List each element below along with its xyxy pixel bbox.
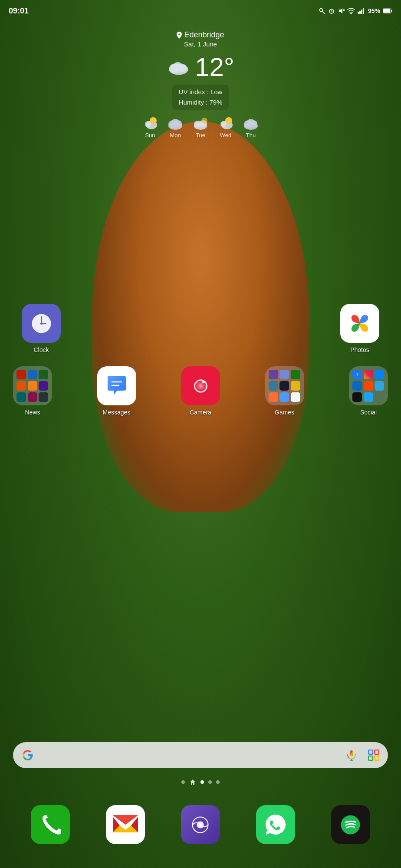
nav-bar	[0, 856, 401, 868]
whatsapp-app-background	[256, 805, 295, 844]
svg-rect-55	[368, 756, 373, 760]
gmail-dock-icon[interactable]	[106, 805, 145, 844]
search-bar[interactable]	[13, 742, 388, 768]
svg-point-24	[150, 117, 157, 124]
svg-rect-54	[375, 750, 379, 754]
svg-line-5	[332, 11, 332, 12]
svg-point-9	[351, 13, 352, 14]
page-dot-3	[216, 780, 220, 784]
social-mini-fb: f	[352, 370, 362, 379]
photos-app-background	[340, 304, 379, 343]
games-mini-5	[279, 381, 289, 391]
svg-rect-50	[350, 750, 353, 756]
svg-point-32	[201, 118, 207, 124]
clock-app-icon[interactable]: Clock	[22, 304, 61, 353]
google-lens-icon[interactable]	[368, 750, 379, 761]
social-mini-rd	[364, 381, 373, 391]
svg-rect-16	[391, 10, 392, 12]
galaxy-store-icon	[188, 813, 212, 837]
social-mini-x	[364, 392, 373, 402]
news-folder-background	[13, 366, 52, 405]
clock-app-background	[22, 304, 61, 343]
news-mini-1	[16, 370, 26, 379]
camera-app-icon[interactable]: Camera	[181, 366, 220, 416]
svg-point-48	[199, 384, 202, 388]
svg-point-17	[178, 33, 180, 35]
wifi-icon	[347, 8, 355, 14]
social-folder-background: f	[349, 366, 388, 405]
forecast-wed-icon	[217, 116, 234, 130]
gmail-app-background	[106, 805, 145, 844]
weather-details: UV index : Low Humidity : 79%	[172, 85, 229, 110]
svg-line-1	[322, 11, 325, 14]
svg-point-0	[319, 9, 322, 12]
messages-app-background	[97, 366, 136, 405]
signal-icon	[358, 8, 365, 14]
news-folder-icon[interactable]: News	[13, 366, 52, 416]
whatsapp-dock-icon[interactable]	[256, 805, 295, 844]
social-mini-tg	[375, 381, 384, 391]
games-mini-4	[269, 381, 278, 391]
svg-point-39	[247, 119, 255, 126]
forecast-sun-icon	[142, 116, 158, 130]
photos-app-icon[interactable]: Photos	[340, 304, 379, 353]
phone-handset-icon	[39, 814, 61, 835]
games-folder-icon[interactable]: Games	[265, 366, 304, 416]
news-mini-3	[39, 370, 48, 379]
page-dot-2	[208, 780, 212, 784]
location-name: Edenbridge	[184, 30, 224, 39]
messages-bubble-icon	[104, 373, 129, 398]
svg-rect-13	[363, 8, 364, 14]
voice-search-icon[interactable]	[346, 750, 357, 761]
clock-face-icon	[30, 312, 53, 335]
location-pin-icon	[177, 32, 182, 39]
phone-dock-icon[interactable]	[31, 805, 70, 844]
camera-app-background	[181, 366, 220, 405]
news-folder-label: News	[25, 409, 40, 416]
games-folder-background	[265, 366, 304, 405]
uv-index: UV index : Low	[179, 87, 223, 97]
galaxy-store-background	[181, 805, 220, 844]
clock-app-label: Clock	[33, 346, 49, 353]
page-dot-1	[200, 780, 204, 784]
social-folder-label: Social	[360, 409, 377, 416]
apps-row-1: Clock Photos	[13, 304, 388, 353]
google-g-icon	[22, 749, 34, 761]
forecast-mon-label: Mon	[170, 132, 181, 138]
gmail-envelope-icon	[113, 815, 138, 834]
page-dot-0	[181, 780, 185, 784]
games-mini-9	[291, 392, 300, 402]
games-mini-3	[291, 370, 300, 379]
news-mini-6	[39, 381, 48, 391]
weather-location: Edenbridge	[114, 30, 287, 39]
photos-pinwheel-icon	[348, 311, 372, 335]
spotify-dock-icon[interactable]	[331, 805, 370, 844]
games-mini-8	[279, 392, 289, 402]
news-mini-4	[16, 381, 26, 391]
apps-grid: Clock Photos	[0, 304, 401, 429]
status-bar: 09:01	[0, 0, 401, 22]
whatsapp-bubble-icon	[263, 812, 288, 837]
galaxy-store-dock-icon[interactable]	[181, 805, 220, 844]
svg-point-49	[202, 381, 205, 383]
svg-rect-10	[358, 12, 359, 14]
forecast-tue-icon	[192, 116, 209, 130]
games-mini-1	[269, 370, 278, 379]
weather-temp-row: 12°	[114, 54, 287, 80]
games-mini-2	[279, 370, 289, 379]
svg-point-43	[40, 322, 43, 325]
photos-app-label: Photos	[350, 346, 369, 353]
page-indicator	[181, 779, 220, 786]
social-mini-msg	[375, 370, 384, 379]
news-mini-8	[28, 392, 37, 402]
forecast-thu-label: Thu	[246, 132, 256, 138]
messages-app-icon[interactable]: Messages	[97, 366, 136, 416]
camera-lens-icon	[189, 374, 213, 398]
forecast-thu: Thu	[243, 116, 259, 138]
news-mini-9	[39, 392, 48, 402]
social-folder-icon[interactable]: f Social	[349, 366, 388, 416]
news-mini-7	[16, 392, 26, 402]
social-mini-ig	[364, 370, 373, 379]
phone-app-background	[31, 805, 70, 844]
forecast-wed-label: Wed	[220, 132, 232, 138]
